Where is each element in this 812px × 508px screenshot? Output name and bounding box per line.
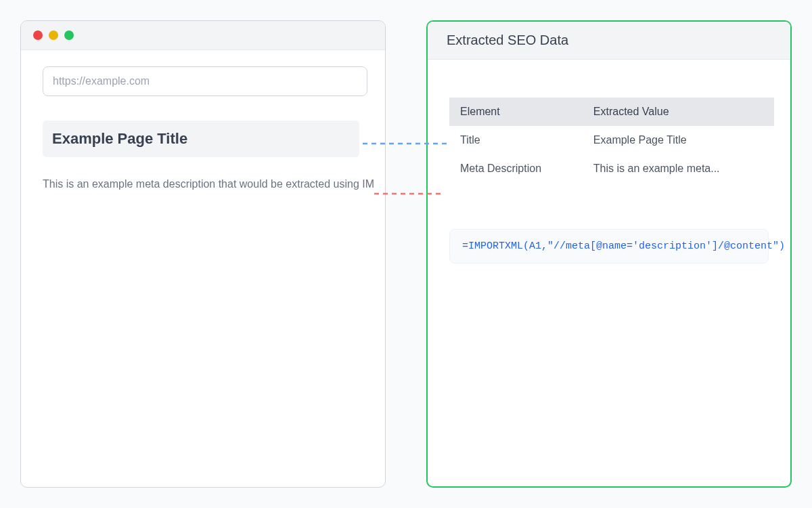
- browser-viewport: https://example.com Example Page Title T…: [21, 50, 385, 487]
- page-title: Example Page Title: [52, 130, 350, 148]
- extracted-data-body: Element Extracted Value Title Example Pa…: [428, 60, 790, 486]
- browser-window: https://example.com Example Page Title T…: [20, 20, 386, 488]
- table-header-row: Element Extracted Value: [449, 98, 774, 126]
- window-close-icon[interactable]: [33, 30, 43, 40]
- extracted-data-title: Extracted SEO Data: [447, 33, 771, 48]
- window-minimize-icon[interactable]: [49, 30, 58, 40]
- cell-value: This is an example meta...: [583, 154, 774, 183]
- browser-titlebar: [21, 21, 385, 50]
- url-input[interactable]: https://example.com: [43, 66, 367, 96]
- cell-element: Meta Description: [449, 154, 583, 183]
- table-row: Meta Description This is an example meta…: [449, 154, 774, 183]
- page-title-block: Example Page Title: [43, 121, 359, 157]
- cell-value: Example Page Title: [583, 126, 774, 154]
- window-zoom-icon[interactable]: [64, 30, 74, 40]
- extracted-data-header: Extracted SEO Data: [428, 22, 790, 60]
- extracted-data-panel: Extracted SEO Data Element Extracted Val…: [426, 20, 792, 488]
- cell-element: Title: [449, 126, 583, 154]
- formula-code: =IMPORTXML(A1,"//meta[@name='description…: [449, 229, 769, 263]
- seo-table: Element Extracted Value Title Example Pa…: [449, 98, 774, 183]
- table-col-value: Extracted Value: [583, 98, 774, 126]
- table-row: Title Example Page Title: [449, 126, 774, 154]
- table-col-element: Element: [449, 98, 583, 126]
- meta-description-text: This is an example meta description that…: [43, 176, 363, 192]
